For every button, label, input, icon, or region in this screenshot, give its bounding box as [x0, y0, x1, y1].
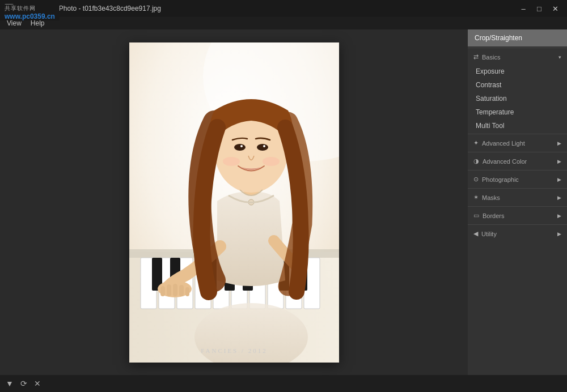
utility-icon: ◀ — [473, 230, 478, 237]
basics-arrow: ▾ — [558, 54, 561, 60]
svg-point-35 — [263, 145, 265, 147]
divider-4 — [468, 170, 567, 171]
svg-point-33 — [257, 144, 268, 151]
divider-2 — [468, 134, 567, 134]
menu-bar: View Help 共享软件网 www.pc0359.cn — [0, 17, 567, 29]
saturation-item[interactable]: Saturation — [468, 92, 567, 105]
advanced-color-label: Advanced Color — [483, 158, 527, 165]
svg-rect-29 — [185, 287, 189, 296]
divider-6 — [468, 206, 567, 207]
crop-straighten-button[interactable]: Crop/Straighten — [468, 29, 567, 46]
utility-header[interactable]: ◀ Utility ▶ — [468, 226, 567, 241]
canvas-area: FANCIES / 2012 — [0, 29, 468, 375]
menu-view[interactable]: View — [2, 18, 26, 28]
right-panel: Crop/Straighten ⇄ Basics ▾ Exposure Cont… — [468, 29, 567, 375]
advanced-light-header[interactable]: ✦ Advanced Light ▶ — [468, 135, 567, 151]
advanced-color-header[interactable]: ◑ Advanced Color ▶ — [468, 154, 567, 169]
divider-7 — [468, 224, 567, 225]
svg-point-36 — [223, 157, 240, 166]
divider-3 — [468, 152, 567, 152]
divider-1 — [468, 48, 567, 48]
svg-rect-28 — [179, 285, 184, 296]
window-controls: – □ ✕ — [516, 3, 562, 14]
photographic-label: Photographic — [482, 176, 519, 183]
contrast-item[interactable]: Contrast — [468, 78, 567, 92]
utility-arrow: ▶ — [557, 231, 561, 237]
borders-arrow: ▶ — [557, 213, 561, 219]
photographic-arrow: ▶ — [557, 177, 561, 182]
photo-svg: FANCIES / 2012 — [129, 42, 339, 363]
temperature-item[interactable]: Temperature — [468, 105, 567, 119]
svg-rect-27 — [173, 284, 177, 296]
basics-section: ⇄ Basics ▾ Exposure Contrast Saturation … — [468, 49, 567, 133]
svg-point-1 — [7, 7, 11, 10]
basics-icon: ⇄ — [473, 53, 479, 61]
basics-label: Basics — [482, 54, 500, 61]
advanced-color-icon: ◑ — [473, 157, 479, 165]
close-button[interactable]: ✕ — [548, 3, 562, 14]
masks-arrow: ▶ — [557, 195, 561, 201]
bottom-refresh-icon[interactable]: ⟳ — [20, 379, 27, 388]
svg-point-32 — [234, 144, 246, 151]
borders-icon: ▭ — [473, 212, 479, 219]
menu-help[interactable]: Help — [26, 18, 49, 28]
maximize-button[interactable]: □ — [532, 3, 547, 14]
masks-header[interactable]: ✶ Masks ▶ — [468, 190, 567, 205]
svg-text:FANCIES / 2012: FANCIES / 2012 — [201, 347, 268, 354]
photo-container: FANCIES / 2012 — [129, 42, 339, 363]
minimize-button[interactable]: – — [516, 3, 531, 14]
advanced-light-icon: ✦ — [473, 139, 479, 147]
borders-label: Borders — [483, 212, 505, 219]
bottom-bar: ▼ ⟳ ✕ — [0, 375, 567, 392]
utility-label: Utility — [481, 231, 497, 237]
svg-point-34 — [240, 145, 243, 147]
advanced-light-label: Advanced Light — [482, 140, 525, 147]
exposure-item[interactable]: Exposure — [468, 65, 567, 78]
basics-header[interactable]: ⇄ Basics ▾ — [468, 49, 567, 65]
basics-items: Exposure Contrast Saturation Temperature… — [468, 65, 567, 133]
svg-point-37 — [263, 157, 280, 166]
advanced-light-arrow: ▶ — [557, 140, 561, 146]
divider-5 — [468, 188, 567, 189]
borders-header[interactable]: ▭ Borders ▶ — [468, 208, 567, 223]
masks-label: Masks — [482, 194, 500, 201]
title-bar-left: CameraBag | Photo - t01fb3e43c8cd9ee917.… — [5, 4, 161, 13]
photographic-icon: ⊙ — [473, 176, 479, 183]
multi-tool-item[interactable]: Multi Tool — [468, 119, 567, 133]
svg-rect-25 — [160, 286, 165, 296]
bottom-close-icon[interactable]: ✕ — [34, 379, 41, 388]
title-bar: CameraBag | Photo - t01fb3e43c8cd9ee917.… — [0, 0, 567, 17]
advanced-color-arrow: ▶ — [557, 159, 561, 164]
masks-icon: ✶ — [473, 194, 479, 201]
bottom-down-icon[interactable]: ▼ — [6, 379, 14, 388]
app-icon — [5, 4, 14, 13]
main-area: FANCIES / 2012 Crop/Straighten ⇄ Basics … — [0, 29, 567, 375]
window-title: CameraBag | Photo - t01fb3e43c8cd9ee917.… — [17, 5, 161, 12]
photographic-header[interactable]: ⊙ Photographic ▶ — [468, 172, 567, 187]
svg-rect-26 — [167, 284, 171, 296]
